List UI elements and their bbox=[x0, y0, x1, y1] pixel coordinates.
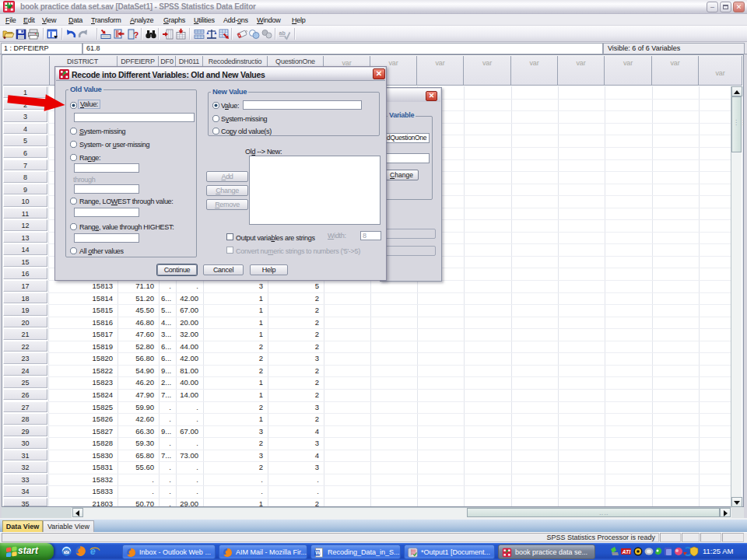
svg-text:ab: ab bbox=[279, 30, 286, 36]
svg-text:W: W bbox=[315, 550, 321, 555]
svg-text:?: ? bbox=[134, 30, 139, 40]
svg-text:ATI: ATI bbox=[622, 549, 632, 555]
